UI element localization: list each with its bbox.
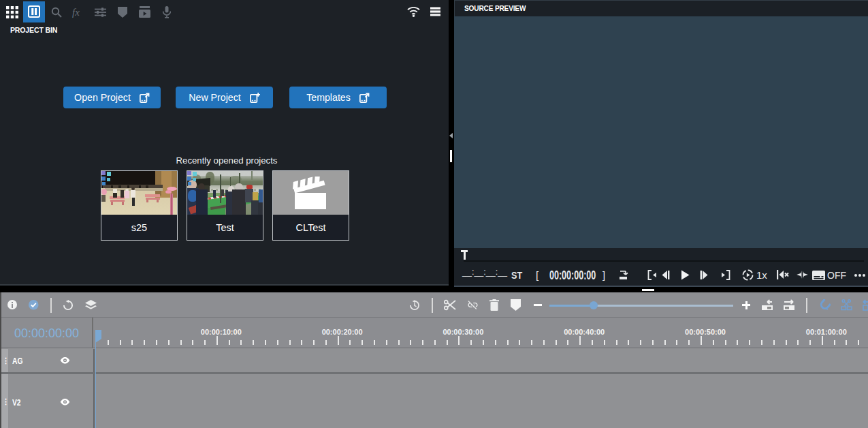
svg-text:fx: fx xyxy=(72,7,80,18)
